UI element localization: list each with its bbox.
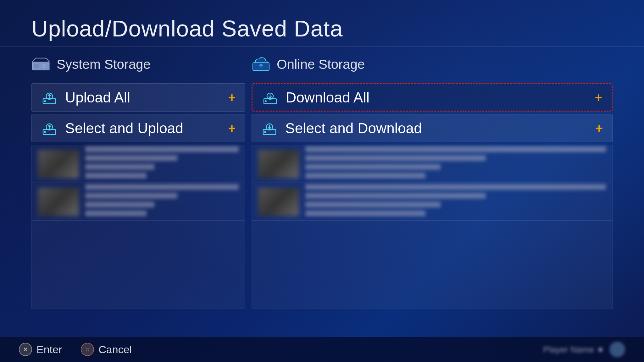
upload-all-button[interactable]: Upload All + bbox=[31, 83, 245, 112]
bottom-bar: × Enter ○ Cancel Player Name ★ bbox=[0, 337, 644, 362]
game-info-line bbox=[305, 211, 425, 216]
game-info-line bbox=[85, 164, 154, 170]
hdd-icon bbox=[31, 55, 50, 74]
empty-space bbox=[32, 221, 245, 309]
game-info-line bbox=[305, 146, 606, 152]
svg-point-11 bbox=[44, 131, 46, 133]
enter-control: × Enter bbox=[19, 343, 62, 356]
online-game-thumb-2 bbox=[258, 188, 299, 216]
left-panel: System Storage Upload All + Select and U… bbox=[31, 55, 245, 309]
online-storage-header: Online Storage bbox=[252, 55, 613, 74]
download-all-button[interactable]: Download All + bbox=[252, 83, 613, 112]
user-info: Player Name ★ bbox=[543, 342, 625, 357]
svg-line-3 bbox=[32, 58, 36, 62]
cloud-icon bbox=[252, 55, 270, 74]
select-upload-label: Select and Upload bbox=[65, 120, 221, 137]
system-game-item-1 bbox=[32, 145, 245, 183]
system-storage-label: System Storage bbox=[57, 57, 151, 72]
online-game-info-1 bbox=[305, 146, 606, 182]
user-avatar bbox=[609, 342, 625, 357]
svg-rect-1 bbox=[34, 64, 39, 68]
online-game-list bbox=[252, 145, 613, 309]
game-info-line bbox=[305, 184, 606, 190]
system-game-thumb-1 bbox=[38, 150, 79, 178]
game-info-line bbox=[85, 202, 154, 207]
download-all-label: Download All bbox=[286, 89, 587, 106]
x-button-icon: × bbox=[19, 343, 32, 356]
cancel-control: ○ Cancel bbox=[81, 343, 132, 356]
game-info-line bbox=[305, 164, 441, 170]
svg-point-18 bbox=[264, 131, 266, 133]
select-upload-button[interactable]: Select and Upload + bbox=[31, 114, 245, 142]
select-download-button[interactable]: Select and Download + bbox=[252, 114, 613, 142]
game-info-line bbox=[305, 173, 425, 178]
system-game-list bbox=[31, 145, 245, 309]
select-upload-icon bbox=[41, 120, 58, 136]
page-title: Upload/Download Saved Data bbox=[31, 16, 343, 41]
select-download-plus: + bbox=[596, 121, 603, 135]
select-download-label: Select and Download bbox=[285, 120, 588, 137]
system-game-item-2 bbox=[32, 183, 245, 221]
enter-label: Enter bbox=[36, 343, 62, 356]
select-download-icon bbox=[261, 120, 278, 136]
svg-point-2 bbox=[42, 64, 45, 68]
upload-all-label: Upload All bbox=[65, 89, 221, 106]
right-panel: Online Storage Download All + Select and… bbox=[252, 55, 613, 309]
online-storage-label: Online Storage bbox=[277, 57, 365, 72]
online-game-info-2 bbox=[305, 184, 606, 219]
game-info-line bbox=[305, 202, 441, 207]
empty-space bbox=[252, 221, 612, 309]
game-info-line bbox=[85, 173, 147, 178]
svg-point-8 bbox=[44, 100, 46, 102]
game-info-line bbox=[85, 193, 177, 199]
user-name: Player Name ★ bbox=[543, 344, 604, 355]
upload-all-plus: + bbox=[228, 90, 236, 105]
game-info-line bbox=[85, 211, 147, 216]
game-info-line bbox=[305, 193, 486, 199]
online-game-thumb-1 bbox=[258, 150, 299, 178]
game-info-line bbox=[85, 184, 239, 190]
cancel-label: Cancel bbox=[98, 343, 132, 356]
online-game-item-1 bbox=[252, 145, 612, 183]
game-info-line bbox=[305, 155, 486, 161]
svg-line-4 bbox=[46, 58, 49, 62]
select-upload-plus: + bbox=[228, 121, 236, 135]
system-game-thumb-2 bbox=[38, 188, 79, 216]
game-info-line bbox=[85, 155, 177, 161]
o-button-icon: ○ bbox=[81, 343, 94, 356]
system-storage-header: System Storage bbox=[31, 55, 245, 74]
title-separator bbox=[0, 47, 644, 47]
game-info-line bbox=[85, 146, 239, 152]
system-game-info-1 bbox=[85, 146, 239, 182]
upload-all-icon bbox=[41, 89, 58, 106]
download-all-icon bbox=[262, 89, 278, 106]
download-all-plus: + bbox=[595, 90, 602, 105]
svg-point-15 bbox=[265, 100, 267, 102]
system-game-info-2 bbox=[85, 184, 239, 219]
online-game-item-2 bbox=[252, 183, 612, 221]
